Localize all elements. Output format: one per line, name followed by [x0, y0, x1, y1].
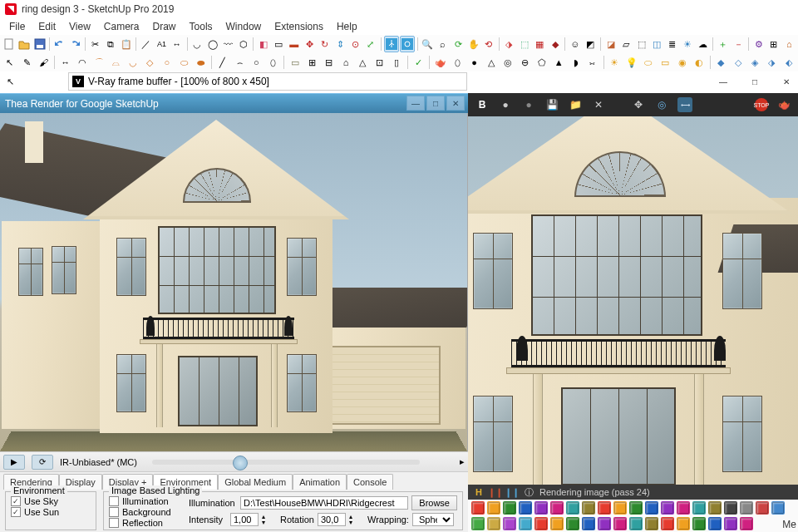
- paste-icon[interactable]: 📋: [119, 36, 133, 52]
- vfb-channel-button[interactable]: B: [475, 97, 490, 112]
- cone-icon[interactable]: △: [483, 54, 499, 71]
- diamond4-icon[interactable]: ⬗: [764, 54, 780, 71]
- selector-icon[interactable]: ↖: [2, 73, 18, 90]
- plugin-tool-33[interactable]: [677, 517, 690, 530]
- diamond2-icon[interactable]: ◇: [730, 54, 746, 71]
- sandbox1-icon[interactable]: ⊞: [304, 54, 320, 71]
- vfb-folder-icon[interactable]: 📁: [568, 97, 583, 112]
- illumination-checkbox[interactable]: Illumination: [109, 496, 180, 506]
- plugin-tool-27[interactable]: [582, 517, 595, 530]
- menu-draw[interactable]: Draw: [147, 19, 182, 34]
- arc-icon[interactable]: ◡: [190, 36, 204, 52]
- circle-icon[interactable]: ◯: [205, 36, 219, 52]
- section-icon[interactable]: ◩: [584, 36, 598, 52]
- match-icon[interactable]: ⊞: [766, 36, 781, 52]
- scale-icon[interactable]: ⤢: [363, 36, 377, 52]
- shape3-icon[interactable]: ⬭: [175, 54, 191, 71]
- shape2-icon[interactable]: ○: [159, 54, 175, 71]
- diamond5-icon[interactable]: ⬖: [781, 54, 796, 71]
- thea-start-icon[interactable]: ▶: [3, 455, 25, 470]
- fog-icon[interactable]: ☁: [696, 36, 710, 52]
- plugin-tool-37[interactable]: [740, 517, 753, 530]
- minimize-icon[interactable]: —: [715, 75, 732, 88]
- light4-icon[interactable]: ▭: [658, 54, 673, 71]
- pencil-icon[interactable]: ✎: [18, 54, 34, 71]
- light6-icon[interactable]: ◐: [691, 54, 707, 71]
- undo-icon[interactable]: [52, 36, 66, 52]
- arc2-icon[interactable]: ⌢: [231, 54, 247, 71]
- plugin-tool-12[interactable]: [661, 501, 674, 515]
- plugin-tool-16[interactable]: [724, 501, 737, 515]
- background-checkbox[interactable]: Background: [109, 507, 180, 517]
- vfb-info-icon[interactable]: ⓘ: [523, 486, 534, 498]
- plugin-tool-7[interactable]: [582, 501, 595, 515]
- stairs-icon[interactable]: ⟗: [584, 54, 600, 71]
- sphere-icon[interactable]: ●: [466, 54, 482, 71]
- thea-arrow-icon[interactable]: ▸: [460, 456, 465, 467]
- reflection-checkbox[interactable]: Reflection: [109, 518, 180, 528]
- warehouse-icon[interactable]: ⌂: [782, 36, 796, 52]
- previous-icon[interactable]: ⟲: [481, 36, 495, 52]
- copy-icon[interactable]: ⧉: [103, 36, 117, 52]
- plugin-tool-19[interactable]: [771, 501, 785, 515]
- intensity-spinner-icon[interactable]: ▴▾: [262, 514, 265, 525]
- vfb-region-icon[interactable]: ✥: [631, 97, 646, 112]
- zoom-window-icon[interactable]: ⌕: [436, 36, 450, 52]
- intensity-input[interactable]: [230, 513, 259, 526]
- paint-icon[interactable]: ⬗: [502, 36, 516, 52]
- plugin-tool-29[interactable]: [613, 517, 627, 530]
- face-icon[interactable]: ◪: [603, 36, 618, 52]
- thea-maximize-icon[interactable]: □: [426, 96, 445, 111]
- plugin-tool-17[interactable]: [740, 501, 753, 515]
- check-circle-icon[interactable]: ✓: [411, 54, 426, 71]
- light5-icon[interactable]: ◉: [674, 54, 690, 71]
- maximize-icon[interactable]: □: [746, 75, 763, 88]
- door-icon[interactable]: ▯: [388, 54, 404, 71]
- person-icon[interactable]: ☺: [568, 36, 582, 52]
- menu-help[interactable]: Help: [331, 19, 363, 34]
- tab-animation[interactable]: Animation: [293, 474, 347, 490]
- component-icon[interactable]: ⬚: [517, 36, 531, 52]
- shape4-icon[interactable]: ⬬: [193, 54, 209, 71]
- use-sun-checkbox[interactable]: ✓Use Sun: [11, 507, 91, 517]
- vray-icon[interactable]: ◆: [548, 36, 562, 52]
- sandbox2-icon[interactable]: ⊟: [321, 54, 337, 71]
- curve2-icon[interactable]: ⌓: [108, 54, 124, 71]
- plugin-tool-18[interactable]: [756, 501, 769, 515]
- edges-icon[interactable]: ▱: [618, 36, 633, 52]
- plugin-tool-9[interactable]: [613, 501, 627, 515]
- plugin-tool-4[interactable]: [534, 501, 548, 515]
- rotate-icon[interactable]: ↻: [318, 36, 332, 52]
- curve3-icon[interactable]: ◡: [125, 54, 140, 71]
- cylinder-icon[interactable]: ⬯: [449, 54, 465, 71]
- zoom-icon[interactable]: 🔍: [420, 36, 434, 52]
- tube-icon[interactable]: ⊖: [517, 54, 533, 71]
- vfb-pause-icon[interactable]: ❙❙: [506, 486, 518, 498]
- illum-path-input[interactable]: [240, 496, 408, 510]
- plugin-tool-23[interactable]: [519, 517, 532, 530]
- box-icon[interactable]: ▭: [287, 54, 303, 71]
- redo-icon[interactable]: [68, 36, 82, 52]
- menu-window[interactable]: Window: [220, 19, 268, 34]
- vfb-circle-icon[interactable]: ●: [498, 97, 513, 112]
- diamond3-icon[interactable]: ◈: [746, 54, 762, 71]
- tape-icon[interactable]: ↔: [57, 54, 73, 71]
- plugin-tool-32[interactable]: [661, 517, 674, 530]
- menu-tools[interactable]: Tools: [184, 19, 219, 34]
- plugin-tool-22[interactable]: [503, 517, 516, 530]
- vfb-canvas[interactable]: [468, 116, 798, 485]
- torus-icon[interactable]: ◎: [500, 54, 515, 71]
- plugin-tool-6[interactable]: [566, 501, 579, 515]
- rotation-input[interactable]: [318, 513, 346, 526]
- plugin-tool-35[interactable]: [708, 517, 722, 530]
- plugin-tool-30[interactable]: [629, 517, 643, 530]
- vfb-link-icon[interactable]: ⟷: [677, 97, 692, 112]
- plugin-tool-36[interactable]: [724, 517, 737, 530]
- ellipse-icon[interactable]: ⬯: [265, 54, 281, 71]
- vfb-title-bar[interactable]: V V-Ray frame buffer - [100% of 800 x 45…: [68, 72, 467, 91]
- shadows-icon[interactable]: ☀: [680, 36, 694, 52]
- plugin-tool-15[interactable]: [708, 501, 722, 515]
- layers-icon[interactable]: ≣: [665, 36, 679, 52]
- menu-file[interactable]: File: [3, 19, 31, 34]
- plugin-tool-34[interactable]: [692, 517, 706, 530]
